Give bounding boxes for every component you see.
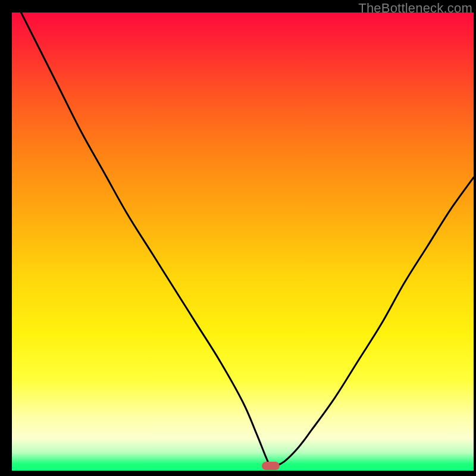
chart-frame: TheBottleneck.com <box>0 0 476 476</box>
watermark-text: TheBottleneck.com <box>358 1 472 16</box>
plot-area <box>12 12 474 471</box>
optimal-marker <box>262 462 280 470</box>
bottleneck-curve <box>12 12 474 471</box>
